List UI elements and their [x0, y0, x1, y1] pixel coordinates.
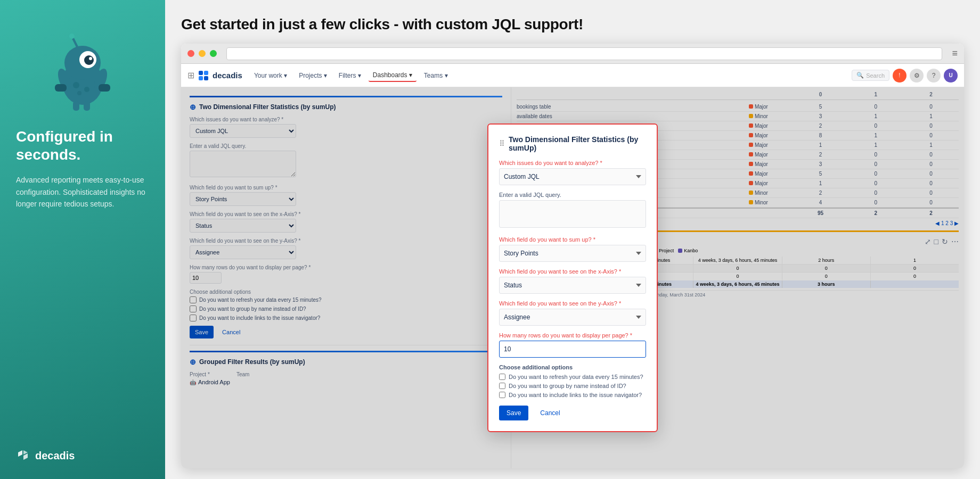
modal-cancel-button[interactable]: Cancel	[533, 406, 567, 420]
left-logo-text: decadis	[35, 450, 75, 462]
modal-sumup-field: Which field do you want to sum up? * Sto…	[499, 236, 646, 262]
modal-save-button[interactable]: Save	[499, 406, 528, 420]
modal-xaxis-select[interactable]: Status	[499, 277, 646, 294]
svg-rect-15	[84, 101, 90, 111]
modal-checkbox-3-row: Do you want to include links to the issu…	[499, 392, 646, 398]
nav-item-teams[interactable]: Teams ▾	[420, 70, 452, 81]
modal-analyze-label: Which issues do you want to analyze? *	[499, 160, 646, 166]
modal-yaxis-required: *	[619, 300, 621, 307]
nav-item-filters[interactable]: Filters ▾	[334, 70, 365, 81]
modal-analyze-field: Which issues do you want to analyze? * C…	[499, 160, 646, 185]
modal-checkbox-1-row: Do you want to refresh your data every 1…	[499, 374, 646, 380]
modal-additional-options: Choose additional options Do you want to…	[499, 364, 646, 398]
jira-logo-icon	[198, 70, 209, 81]
decadis-logo-icon	[16, 448, 31, 463]
modal-jql-field: Enter a valid JQL query.	[499, 192, 646, 230]
svg-point-4	[89, 57, 92, 60]
nav-avatar[interactable]: U	[944, 69, 958, 82]
modal-xaxis-label: Which field do you want to see on the x-…	[499, 268, 646, 275]
modal-rows-field: How many rows do you want to display per…	[499, 332, 646, 358]
browser-window: ≡ ⊞ decadis Your work ▾ Projects ▾ Filte…	[181, 44, 964, 468]
modal-yaxis-select[interactable]: Assignee	[499, 309, 646, 326]
left-headline: Configured in seconds.	[16, 128, 149, 163]
browser-url-bar[interactable]	[226, 47, 942, 60]
modal-checkbox-3-label: Do you want to include links to the issu…	[509, 392, 642, 398]
modal-yaxis-field: Which field do you want to see on the y-…	[499, 300, 646, 326]
modal-dialog: ⠿ Two Dimensional Filter Statistics (by …	[487, 123, 658, 432]
mascot-area	[16, 27, 149, 112]
nav-settings-icon[interactable]: ⚙	[910, 69, 924, 82]
modal-xaxis-required: *	[619, 268, 621, 275]
modal-drag-handle: ⠿	[499, 139, 504, 148]
jira-logo-text: decadis	[213, 71, 242, 80]
left-logo: decadis	[16, 448, 149, 463]
main-headline: Get started in just a few clicks - with …	[181, 16, 964, 33]
svg-rect-9	[55, 84, 67, 92]
traffic-light-red[interactable]	[187, 50, 194, 57]
modal-analyze-select[interactable]: Custom JQL	[499, 168, 646, 185]
modal-checkbox-2-label: Do you want to group by name instead of …	[509, 383, 626, 389]
svg-rect-10	[99, 84, 110, 92]
svg-rect-18	[199, 76, 203, 80]
browser-content: ⊕ Two Dimensional Filter Statistics (by …	[181, 87, 964, 468]
modal-jql-label: Enter a valid JQL query.	[499, 192, 646, 198]
nav-grid-icon: ⊞	[187, 70, 194, 80]
svg-point-3	[84, 55, 94, 65]
modal-actions: Save Cancel	[499, 406, 646, 420]
jira-logo: decadis	[198, 70, 242, 81]
traffic-light-yellow[interactable]	[199, 50, 206, 57]
svg-point-12	[84, 87, 89, 92]
svg-point-11	[73, 82, 79, 88]
nav-help-icon[interactable]: ?	[927, 69, 941, 82]
modal-xaxis-field: Which field do you want to see on the x-…	[499, 268, 646, 294]
modal-sumup-label: Which field do you want to sum up? *	[499, 236, 646, 243]
left-description: Advanced reporting meets easy-to-use con…	[16, 174, 149, 432]
right-panel: Get started in just a few clicks - with …	[165, 0, 980, 479]
svg-rect-14	[73, 101, 79, 111]
traffic-light-green[interactable]	[210, 50, 217, 57]
modal-rows-input[interactable]	[499, 341, 646, 358]
svg-rect-17	[204, 71, 208, 75]
svg-point-6	[69, 34, 75, 39]
modal-additional-label: Choose additional options	[499, 364, 646, 370]
modal-yaxis-label: Which field do you want to see on the y-…	[499, 300, 646, 307]
search-icon: 🔍	[856, 72, 864, 79]
browser-titlebar: ≡	[181, 44, 964, 64]
modal-rows-label: How many rows do you want to display per…	[499, 332, 646, 338]
svg-rect-16	[199, 71, 203, 75]
modal-rows-required: *	[630, 332, 632, 338]
mascot-illustration	[40, 27, 125, 112]
modal-checkbox-3[interactable]	[499, 392, 505, 398]
search-placeholder: Search	[866, 72, 885, 79]
nav-item-projects[interactable]: Projects ▾	[295, 70, 331, 81]
nav-item-dashboards[interactable]: Dashboards ▾	[369, 69, 416, 82]
browser-menu-icon[interactable]: ≡	[952, 48, 958, 59]
nav-item-your-work[interactable]: Your work ▾	[250, 70, 291, 81]
nav-notification-icon[interactable]: !	[893, 69, 907, 82]
modal-overlay: ⠿ Two Dimensional Filter Statistics (by …	[181, 87, 964, 468]
modal-analyze-required: *	[600, 160, 602, 166]
modal-jql-textarea[interactable]	[499, 200, 646, 228]
modal-checkbox-2[interactable]	[499, 383, 505, 389]
modal-checkbox-2-row: Do you want to group by name instead of …	[499, 383, 646, 389]
modal-checkbox-1[interactable]	[499, 374, 505, 380]
jira-nav: ⊞ decadis Your work ▾ Projects ▾ Filters…	[181, 64, 964, 87]
modal-sumup-select[interactable]: Story Points	[499, 245, 646, 262]
modal-checkbox-1-label: Do you want to refresh your data every 1…	[509, 374, 643, 380]
modal-sumup-required: *	[593, 236, 595, 243]
svg-rect-19	[204, 76, 208, 80]
svg-point-13	[77, 91, 81, 95]
left-panel: Configured in seconds. Advanced reportin…	[0, 0, 165, 479]
modal-title: ⠿ Two Dimensional Filter Statistics (by …	[499, 135, 646, 152]
